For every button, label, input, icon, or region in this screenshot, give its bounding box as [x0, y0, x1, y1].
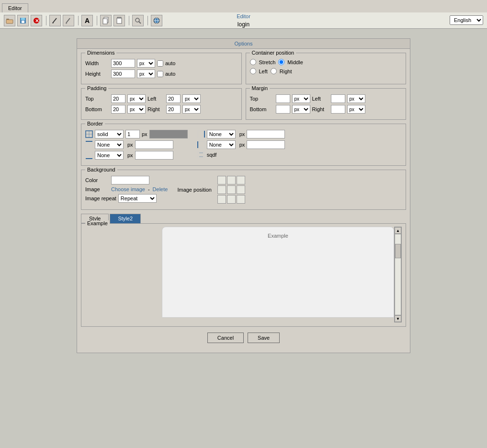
border-color-4-swatch[interactable] — [247, 130, 285, 138]
example-center-area: Example — [162, 227, 394, 322]
paste-button[interactable] — [113, 15, 125, 26]
left-radio[interactable] — [250, 68, 256, 74]
right-radio[interactable] — [271, 68, 277, 74]
border-columns: solidnonedasheddotted px Nonesoliddashed — [85, 130, 402, 161]
cancel-button[interactable]: Cancel — [207, 333, 244, 343]
margin-top-unit[interactable]: px% — [292, 94, 310, 103]
border-style-5-select[interactable]: Nonesoliddashed — [207, 140, 236, 149]
dimensions-legend: Dimensions — [85, 50, 116, 56]
save-button-main[interactable]: Save — [248, 333, 280, 343]
border-text-6: sqdf — [207, 152, 217, 158]
margin-bottom-unit[interactable]: px% — [292, 105, 310, 114]
height-auto-checkbox[interactable] — [157, 71, 163, 77]
border-all-icon — [85, 130, 93, 138]
bg-repeat-label: Image repeat — [85, 195, 116, 201]
panel-body: Dimensions Width px%em auto Height — [77, 49, 410, 353]
margin-left-input[interactable] — [331, 94, 345, 103]
padding-right-input[interactable] — [166, 105, 181, 114]
text-button[interactable]: A — [81, 15, 93, 26]
language-dropdown[interactable]: English French German — [450, 15, 483, 25]
height-auto-label: auto — [165, 71, 175, 77]
scrollbar-down-button[interactable]: ▼ — [395, 315, 401, 322]
imgpos-bl[interactable] — [217, 195, 226, 204]
bg-repeat-select[interactable]: RepeatNo RepeatRepeat-XRepeat-Y — [118, 194, 157, 203]
globe-button[interactable] — [151, 15, 162, 26]
scrollbar-thumb[interactable] — [395, 244, 401, 258]
height-input[interactable] — [111, 69, 135, 78]
margin-top-input[interactable] — [276, 94, 290, 103]
example-inner: Example ▲ ▼ — [85, 227, 402, 322]
border-color-5-swatch[interactable] — [247, 140, 285, 149]
editor-tab[interactable]: Editor — [2, 3, 28, 12]
imgpos-bc[interactable] — [227, 195, 236, 204]
border-color-3-swatch[interactable] — [135, 151, 173, 160]
imgpos-tr[interactable] — [237, 176, 245, 184]
padding-right-unit[interactable]: px% — [182, 105, 201, 114]
margin-right-input[interactable] — [331, 105, 345, 114]
border-color-1-swatch[interactable] — [149, 130, 188, 138]
width-input[interactable] — [111, 59, 135, 68]
border-width-1-input[interactable] — [125, 130, 140, 138]
border-color-2-swatch[interactable] — [135, 140, 173, 149]
padding-bottom-unit[interactable]: px% — [127, 105, 146, 114]
margin-left-unit[interactable]: px% — [347, 94, 365, 103]
delete-button[interactable]: ✕ — [31, 15, 42, 26]
background-group: Background Color Image Choose image - De… — [81, 170, 406, 210]
padding-top-unit[interactable]: px% — [127, 94, 146, 103]
border-style-2-select[interactable]: Nonesoliddashed — [95, 140, 124, 149]
copy-button[interactable] — [100, 15, 112, 26]
padding-top-input[interactable] — [111, 94, 125, 103]
bg-delete-link[interactable]: Delete — [153, 186, 168, 192]
border-left-icon — [197, 141, 205, 149]
svg-rect-25 — [86, 152, 92, 159]
border-row-1: solidnonedasheddotted px — [85, 130, 188, 138]
options-header: Options — [77, 39, 410, 49]
bg-choose-link[interactable]: Choose image — [111, 186, 145, 192]
scrollbar-up-button[interactable]: ▲ — [395, 227, 401, 234]
pencil1-button[interactable] — [49, 15, 61, 26]
padding-bottom-right-row: Bottom px% Right px% — [85, 105, 238, 114]
height-unit-select[interactable]: px%em — [137, 69, 155, 78]
bg-color-label: Color — [85, 177, 109, 183]
padding-legend: Padding — [85, 85, 108, 91]
scrollbar-track — [395, 234, 401, 315]
padding-left-input[interactable] — [166, 94, 181, 103]
padding-left-unit[interactable]: px% — [182, 94, 201, 103]
separator-2 — [78, 16, 79, 25]
imgpos-ml[interactable] — [217, 185, 226, 194]
imgpos-mr[interactable] — [237, 185, 245, 194]
border-style-3-select[interactable]: Nonesoliddashed — [95, 151, 124, 160]
search-button[interactable] — [132, 15, 144, 26]
save-button[interactable] — [17, 15, 29, 26]
svg-rect-14 — [117, 18, 122, 23]
border-row-6: sqdf — [197, 151, 285, 159]
open-button[interactable] — [4, 15, 15, 26]
imgpos-tc[interactable] — [227, 176, 236, 184]
padding-bottom-input[interactable] — [111, 105, 125, 114]
padding-top-left-row: Top px% Left px% — [85, 94, 238, 103]
main-content: Options Dimensions Width px%em auto — [0, 29, 487, 448]
margin-bottom-input[interactable] — [276, 105, 290, 114]
pencil2-button[interactable] — [63, 15, 74, 26]
svg-rect-3 — [21, 18, 25, 20]
border-legend: Border — [85, 121, 105, 126]
width-auto-checkbox[interactable] — [157, 60, 163, 67]
middle-radio[interactable] — [278, 59, 284, 65]
border-style-1-select[interactable]: solidnonedasheddotted — [95, 130, 124, 138]
border-style-4-select[interactable]: Nonesoliddashed — [207, 130, 236, 138]
language-selector[interactable]: English French German — [450, 15, 483, 25]
right-label: Right — [280, 69, 292, 74]
border-right-col: Nonesoliddashed px Nonesoliddashed px — [197, 130, 285, 161]
margin-right-unit[interactable]: px% — [347, 105, 365, 114]
margin-top-left-row: Top px% Left px% — [250, 94, 402, 103]
separator-5 — [147, 16, 148, 25]
imgpos-mc[interactable] — [227, 185, 236, 194]
stretch-radio[interactable] — [250, 59, 256, 65]
style2-tab[interactable]: Style2 — [110, 214, 141, 223]
example-box: Example — [162, 227, 394, 318]
imgpos-tl[interactable] — [217, 176, 226, 184]
bg-color-swatch[interactable] — [111, 176, 149, 184]
width-unit-select[interactable]: px%em — [137, 59, 155, 68]
imgpos-br[interactable] — [237, 195, 245, 204]
svg-rect-31 — [198, 151, 204, 158]
